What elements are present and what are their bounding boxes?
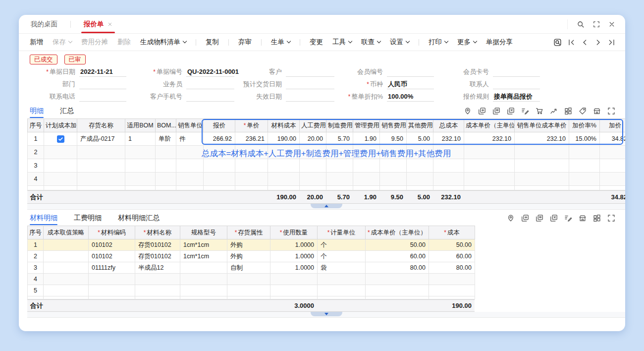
doc-add-icon[interactable] [521,214,529,222]
cell[interactable] [156,146,176,159]
cell[interactable]: 15.00% [569,132,600,146]
column-header[interactable]: 加价 [600,119,626,132]
toolbar-button[interactable]: 联查 [361,38,380,47]
cell[interactable] [125,146,156,159]
cell[interactable]: 010102 [89,251,135,262]
cell[interactable]: 50.00 [366,239,429,251]
column-header[interactable]: BOM... [156,119,176,132]
column-header[interactable]: *存货属性 [227,226,270,239]
cell[interactable]: 5.00 [407,132,433,146]
cell[interactable] [135,274,180,285]
cell[interactable] [515,159,569,173]
section-tab[interactable]: 工费明细 [74,211,102,226]
column-header[interactable]: 规格型号 [180,226,227,239]
cell[interactable]: 34.82 [600,132,626,146]
blocks-icon[interactable] [593,214,601,222]
nav-prev-icon[interactable] [581,39,589,46]
cell[interactable] [326,173,353,186]
cell[interactable] [600,146,626,159]
column-header[interactable]: 计划成本加价 [44,119,77,132]
cell[interactable]: 单阶 [156,132,176,146]
cell[interactable]: 1 [125,132,156,146]
cell[interactable] [176,146,204,159]
column-header[interactable]: *成本单价（主单位） [366,226,429,239]
store-icon[interactable] [593,107,601,115]
cell[interactable] [407,173,433,186]
cell[interactable] [235,159,268,173]
toolbar-button[interactable]: 保存 [53,38,72,47]
cell[interactable]: 半成品12 [135,262,180,274]
cell[interactable]: 60.00 [366,251,429,262]
cell[interactable]: 袋 [318,262,366,274]
cell[interactable] [176,173,204,186]
toolbar-button[interactable]: 弃审 [238,38,252,47]
cell[interactable] [569,146,600,159]
field-value[interactable] [79,79,126,89]
search-doc-icon[interactable] [553,38,562,47]
cell[interactable]: 01111zfy [89,262,135,274]
column-header[interactable]: 管理费用 [353,119,380,132]
cell[interactable] [380,159,407,173]
cell[interactable] [353,173,380,186]
cell[interactable]: 9.50 [380,132,407,146]
field-value[interactable] [186,92,234,102]
window-tab[interactable]: 报价单 [83,15,113,33]
field-value[interactable] [186,79,234,89]
plan-cost-markup-checkbox[interactable] [57,135,64,143]
cell[interactable]: 232.10 [515,132,569,146]
tab-close-icon[interactable] [107,22,112,27]
search-icon[interactable] [577,20,585,28]
column-header[interactable]: 销售费用 [380,119,407,132]
cell[interactable] [44,262,89,274]
field-value[interactable] [286,79,334,89]
cell[interactable] [44,274,89,285]
cell[interactable]: 80.00 [429,262,475,274]
cell[interactable]: 存货010102 [135,239,180,251]
cell[interactable] [429,285,475,296]
cell[interactable] [44,159,77,173]
cell[interactable] [366,274,429,285]
row-index[interactable]: 1 [28,132,44,146]
column-header[interactable]: 加价率% [569,119,600,132]
field-value[interactable] [387,67,434,77]
tag-icon[interactable] [579,107,587,115]
cell[interactable] [125,159,156,173]
column-header[interactable]: 人工费用 [300,119,326,132]
doc-copy-icon[interactable] [536,214,543,222]
cell[interactable]: 1.0000 [270,251,318,262]
cell[interactable] [326,159,353,173]
cell[interactable]: 010102 [89,239,135,251]
cell[interactable] [600,159,626,173]
cell[interactable] [268,173,300,186]
column-header[interactable]: 成本单价（主单位） [464,119,515,132]
field-value[interactable] [493,67,540,77]
cell[interactable] [235,173,268,186]
cell[interactable]: 件 [176,132,204,146]
cell[interactable] [433,159,464,173]
collapse-handle[interactable] [311,312,342,316]
cell[interactable] [180,274,227,285]
doc-delete-icon[interactable] [507,107,515,115]
edit-icon[interactable] [521,107,529,115]
cell[interactable] [300,159,326,173]
doc-add-icon[interactable] [478,107,486,115]
doc-copy-icon[interactable] [492,107,500,115]
cell[interactable] [89,285,135,296]
toolbar-button[interactable]: 更多 [457,38,477,47]
cell[interactable] [227,285,270,296]
cell[interactable] [125,173,156,186]
cell[interactable]: 5.70 [326,132,353,146]
cell[interactable] [380,173,407,186]
cart-icon[interactable] [536,107,543,115]
cell[interactable] [270,285,318,296]
cell[interactable]: 60.00 [429,251,475,262]
cell[interactable] [429,274,475,285]
trend-icon[interactable] [550,107,558,115]
field-value[interactable]: 人民币 [387,79,434,89]
column-header[interactable]: 制造费用 [326,119,353,132]
cell[interactable]: 1.0000 [270,262,318,274]
section-tab[interactable]: 明细 [30,104,44,118]
toolbar-button[interactable]: 删除 [117,38,131,47]
row-index[interactable]: 3 [28,262,44,274]
nav-last-icon[interactable] [608,39,615,46]
